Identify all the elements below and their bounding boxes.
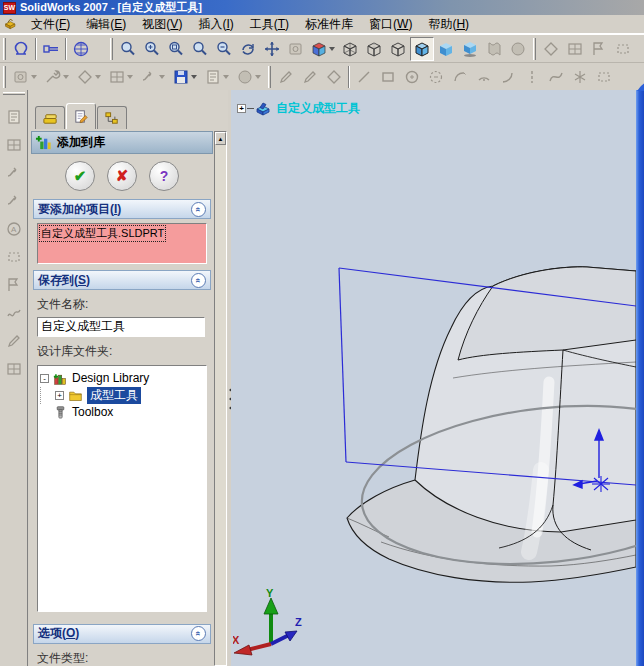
items-to-add-header[interactable]: 要添加的项目(I) « [33,199,211,219]
file-type-label: 文件类型: [33,644,211,666]
centerline-icon[interactable] [520,65,544,89]
assembly-flyout-icon[interactable] [201,65,233,89]
menu-view[interactable]: 视图(V) [134,15,190,34]
shaded-icon[interactable] [434,37,458,61]
realview-icon[interactable] [506,37,530,61]
list-item[interactable]: 自定义成型工具.SLDPRT [39,225,166,242]
scroll-up-icon[interactable]: ▲ [215,132,226,145]
toolbar-grip[interactable] [3,92,25,95]
menu-help[interactable]: 帮助(H) [420,15,477,34]
bolt-icon[interactable] [39,37,63,61]
cancel-button[interactable]: ✘ [107,161,137,191]
rectangle-icon[interactable] [376,65,400,89]
menu-insert[interactable]: 插入(I) [190,15,241,34]
collapse-box-icon[interactable]: - [40,374,49,383]
dimension-vertical-icon[interactable] [587,37,611,61]
tree-item-forming-tools[interactable]: + 成型工具 [40,387,204,404]
dimension-flyout-icon[interactable] [137,65,169,89]
zoom-fit-icon[interactable] [140,37,164,61]
toolbar-grip[interactable] [533,38,536,60]
sketch-flyout-icon[interactable] [41,65,73,89]
menu-tools[interactable]: 工具(T) [242,15,297,34]
trim-icon[interactable] [592,65,616,89]
save-to-header[interactable]: 保存到(S) « [33,270,211,290]
design-library-tree[interactable]: - Design Library + 成型工具 Toolbox [37,365,207,612]
document-icon[interactable] [3,17,19,31]
ok-button[interactable]: ✔ [65,161,95,191]
sketch-icon[interactable] [274,65,298,89]
hidden-lines-visible-icon[interactable] [362,37,386,61]
left-tool-6-icon[interactable] [2,243,26,271]
tangent-arc-icon[interactable] [472,65,496,89]
menu-window[interactable]: 窗口(W) [361,15,420,34]
left-tool-5-icon[interactable] [2,215,26,243]
sketch-relations-icon[interactable] [539,37,563,61]
toolbar-grip[interactable] [3,66,6,88]
sw-flyout-icon[interactable] [233,65,265,89]
expand-box-icon[interactable]: + [237,104,246,113]
smart-dimension-icon[interactable] [322,65,346,89]
tree-item-design-library[interactable]: - Design Library [40,370,204,387]
perimeter-circle-icon[interactable] [424,65,448,89]
graphics-viewport[interactable]: + 自定义成型工具 Y X Z [231,90,636,666]
tree-item-toolbox[interactable]: Toolbox [40,404,204,421]
file-name-input[interactable] [37,317,205,337]
expand-box-icon[interactable]: + [55,391,64,400]
collapse-chevron-icon[interactable]: « [191,202,206,217]
flyout-feature-tree[interactable]: + 自定义成型工具 [237,99,360,117]
model-3d[interactable] [231,90,636,666]
mesh-sphere-icon[interactable] [69,37,93,61]
shaded-with-edges-icon[interactable] [410,37,434,61]
left-tool-4-icon[interactable] [2,187,26,215]
line-icon[interactable] [352,65,376,89]
dimension-baseline-icon[interactable] [611,37,635,61]
menu-standard-library[interactable]: 标准件库 [297,15,361,34]
pan-icon[interactable] [260,37,284,61]
menu-edit[interactable]: 编辑(E) [78,15,134,34]
zoom-selection-icon[interactable] [212,37,236,61]
zoom-inout-icon[interactable] [188,37,212,61]
left-tool-3-icon[interactable] [2,159,26,187]
centerpoint-arc-icon[interactable] [448,65,472,89]
collapse-chevron-icon[interactable]: « [191,626,206,641]
previous-view-icon[interactable] [284,37,308,61]
menu-file[interactable]: 文件(F) [23,15,78,34]
help-button[interactable]: ? [149,161,179,191]
section-view-icon[interactable] [482,37,506,61]
shadows-icon[interactable] [458,37,482,61]
left-tool-7-icon[interactable] [2,271,26,299]
toolbar-grip[interactable] [110,38,113,60]
dimension-horizontal-icon[interactable] [563,37,587,61]
featuremanager-tab[interactable] [35,106,65,129]
circle-icon[interactable] [400,65,424,89]
spline-icon[interactable] [544,65,568,89]
features-flyout-icon[interactable] [9,65,41,89]
panel-title: 添加到库 [57,134,105,151]
left-tool-9-icon[interactable] [2,327,26,355]
wireframe-icon[interactable] [338,37,362,61]
zoom-area-icon[interactable] [164,37,188,61]
tools-flyout-icon[interactable] [105,65,137,89]
view-orientation-icon[interactable] [116,37,140,61]
toolbar-grip[interactable] [268,66,271,88]
configurationmanager-tab[interactable] [97,106,127,129]
sketch3d-icon[interactable] [298,65,322,89]
point-icon[interactable] [568,65,592,89]
title-bar: SW SolidWorks 2007 - [自定义成型工具] [0,0,644,15]
left-tool-1-icon[interactable] [2,103,26,131]
left-tool-2-icon[interactable] [2,131,26,159]
toolbar-grip[interactable] [3,38,6,60]
left-tool-8-icon[interactable] [2,299,26,327]
save-flyout-icon[interactable] [169,65,201,89]
surfaces-flyout-icon[interactable] [73,65,105,89]
items-to-add-list[interactable]: 自定义成型工具.SLDPRT [37,223,207,264]
three-point-arc-icon[interactable] [496,65,520,89]
standard-views-cube-icon[interactable] [308,37,338,61]
propertymanager-tab[interactable] [66,103,96,129]
options-header[interactable]: 选项(O) « [33,624,211,644]
forming-tool-icon[interactable] [9,37,33,61]
rotate-view-icon[interactable] [236,37,260,61]
hidden-lines-removed-icon[interactable] [386,37,410,61]
collapse-chevron-icon[interactable]: « [191,273,206,288]
left-tool-10-icon[interactable] [2,355,26,383]
